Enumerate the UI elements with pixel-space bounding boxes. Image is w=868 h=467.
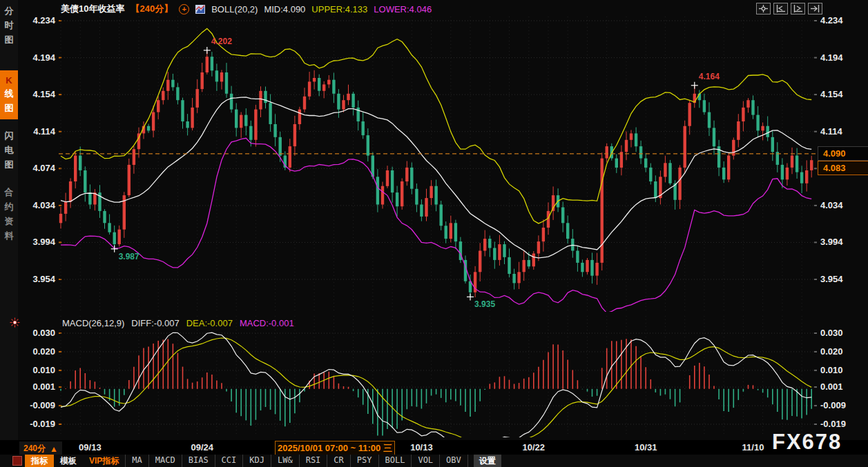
add-compare-icon[interactable]: + — [179, 4, 189, 14]
price-axis-label: 4.114 — [12, 126, 55, 137]
date-tick-label: 10/22 — [523, 442, 546, 453]
macd-axis-label: 0.030 — [820, 328, 865, 338]
boll-lower-value: LOWER:4.046 — [374, 4, 432, 14]
period-selector[interactable]: 240分 ▲ — [19, 441, 62, 456]
toolbar-indicator-OBV[interactable]: OBV — [439, 455, 468, 467]
chart-tool-buttons — [756, 3, 822, 14]
interval-label[interactable]: 【240分】 — [131, 3, 173, 15]
last-price-tag: 4.083 — [818, 161, 868, 175]
toolbar-indicator-MA[interactable]: MA — [125, 455, 148, 467]
sidebar-item-1[interactable]: K线图 — [0, 70, 18, 119]
period-arrow-icon: ▲ — [50, 444, 58, 454]
toolbar-indicator-BOLL[interactable]: BOLL — [378, 455, 412, 467]
bottom-toolbar: 指标模板VIP指标 MAMACDBIASCCIKDJLW&RSICRPSYBOL… — [0, 455, 868, 467]
price-axis-label: 4.074 — [12, 163, 55, 173]
symbol-title: 美债10年收益率 — [61, 3, 124, 15]
price-axis-label: 4.034 — [12, 200, 55, 210]
toolbar-indicator-VOL[interactable]: VOL — [411, 455, 439, 467]
trading-app-window: 分时图K线图闪电图合约资料 美债10年收益率 【240分】 + BOLL(20,… — [0, 0, 868, 467]
price-axis-label: 4.234 — [820, 15, 865, 26]
date-tick-label: 10/13 — [410, 442, 433, 453]
macd-axis-label: -0.009 — [820, 400, 865, 410]
macd-header: MACD(26,12,9) DIFF:-0.007 DEA:-0.007 MAC… — [62, 318, 294, 328]
price-axis-label: 4.194 — [12, 52, 55, 63]
macd-macd-value: MACD:-0.001 — [240, 318, 294, 328]
price-axis-label: 4.154 — [820, 89, 865, 99]
toolbar-indicator-MACD[interactable]: MACD — [148, 455, 182, 467]
indicator-panel-icon[interactable] — [12, 456, 22, 466]
price-axis-label: 3.954 — [820, 274, 865, 284]
price-axis-label: 3.994 — [820, 237, 865, 247]
toolbar-indicator-LW&[interactable]: LW& — [271, 455, 299, 467]
price-annotation: 4.164 — [699, 72, 720, 81]
price-annotation: 3.935 — [474, 299, 495, 309]
chart-canvas[interactable] — [0, 0, 868, 467]
chart-header: 美债10年收益率 【240分】 + BOLL(20,2) MID:4.090 U… — [61, 3, 432, 14]
toolbar-indicator-BIAS[interactable]: BIAS — [182, 455, 215, 467]
toolbar-indicators: MAMACDBIASCCIKDJLW&RSICRPSYBOLLVOLOBV — [125, 455, 467, 467]
macd-axis-label: 0.020 — [12, 346, 55, 357]
macd-axis-label: -0.019 — [12, 419, 55, 429]
macd-axis-label: 0.020 — [820, 346, 865, 357]
macd-axis-label: -0.009 — [12, 400, 55, 410]
crosshair-icon[interactable] — [756, 3, 771, 14]
date-tick-label: 09/13 — [79, 442, 102, 453]
sidebar-item-0[interactable]: 分时图 — [0, 0, 18, 51]
sidebar-item-3[interactable]: 合约资料 — [0, 181, 18, 247]
settings-button[interactable]: 设置 — [474, 455, 501, 467]
price-axis-label: 4.034 — [820, 200, 865, 210]
macd-label: MACD(26,12,9) — [62, 318, 124, 328]
chart-style-icon[interactable] — [195, 5, 205, 14]
toolbar-tab-2[interactable]: VIP指标 — [83, 455, 125, 467]
price-axis-label: 4.114 — [820, 126, 865, 137]
toolbar-indicator-RSI[interactable]: RSI — [299, 455, 327, 467]
macd-axis-label: -0.019 — [820, 419, 865, 429]
date-tick-label: 09/24 — [191, 442, 213, 453]
macd-axis-label: 0.010 — [12, 365, 55, 375]
macd-axis-label: 0.001 — [12, 381, 55, 392]
macd-axis-label: 0.001 — [820, 381, 865, 392]
date-tick-label: 11/10 — [742, 442, 764, 453]
toolbar-tabs: 指标模板VIP指标 — [25, 455, 125, 467]
brand-watermark: FX678 — [772, 430, 842, 455]
scale-right-icon[interactable] — [791, 3, 805, 14]
scale-left-icon[interactable] — [773, 3, 788, 14]
toolbar-indicator-KDJ[interactable]: KDJ — [242, 455, 271, 467]
boll-label: BOLL(20,2) — [211, 4, 258, 14]
macd-diff-value: DIFF:-0.007 — [131, 318, 179, 328]
price-line-tag: 4.090 — [818, 146, 868, 161]
date-tick-label: 10/31 — [635, 442, 657, 453]
macd-dea-value: DEA:-0.007 — [186, 318, 233, 328]
price-axis-label: 3.954 — [12, 274, 55, 284]
macd-axis-label: 0.010 — [820, 365, 865, 375]
price-axis-label: 4.194 — [820, 52, 865, 63]
left-sidebar: 分时图K线图闪电图合约资料 — [0, 0, 18, 467]
price-annotation: 3.987 — [119, 252, 139, 261]
current-bar-range: 2025/10/01 07:00 ~ 11:00 三 — [275, 441, 395, 456]
boll-mid-value: MID:4.090 — [264, 4, 305, 14]
period-label: 240分 — [23, 443, 46, 455]
toolbar-indicator-CCI[interactable]: CCI — [215, 455, 243, 467]
pan-latest-icon[interactable] — [808, 3, 822, 14]
indicator-flag-icon[interactable] — [10, 317, 20, 330]
price-axis-label: 4.154 — [12, 89, 55, 99]
price-annotation: 4.202 — [211, 37, 232, 46]
price-axis-label: 3.994 — [12, 237, 55, 247]
toolbar-tab-1[interactable]: 模板 — [54, 455, 83, 467]
toolbar-indicator-CR[interactable]: CR — [327, 455, 349, 467]
boll-upper-value: UPPER:4.133 — [311, 4, 367, 14]
toolbar-tab-0[interactable]: 指标 — [25, 455, 54, 467]
sidebar-item-2[interactable]: 闪电图 — [0, 125, 18, 176]
price-axis-label: 4.234 — [12, 15, 55, 26]
toolbar-indicator-PSY[interactable]: PSY — [350, 455, 378, 467]
time-axis-row: 240分 ▲ 09/1309/2410/1310/2210/3111/10 20… — [0, 440, 868, 455]
